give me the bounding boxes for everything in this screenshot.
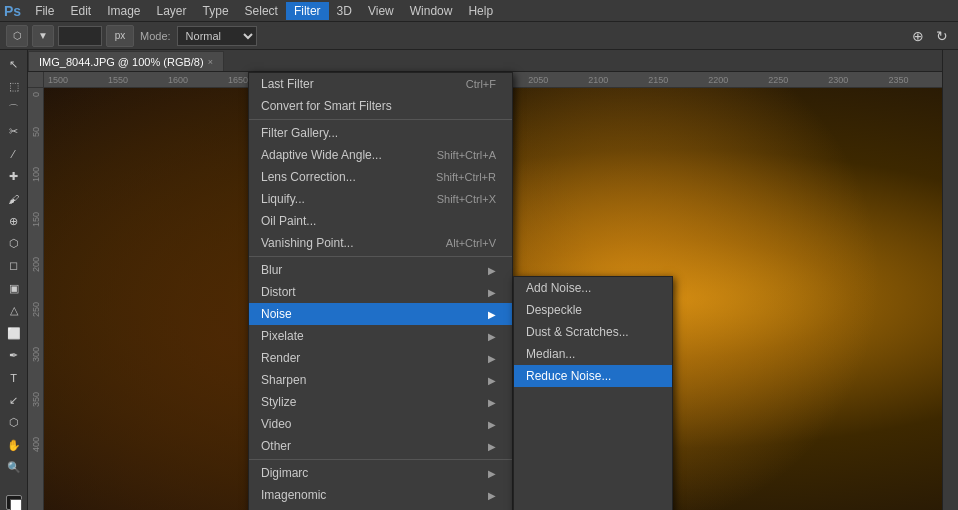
menu-vanishing-point[interactable]: Vanishing Point... Alt+Ctrl+V [249,232,512,254]
main-area: ↖ ⬚ ⌒ ✂ ∕ ✚ 🖌 ⊕ ⬡ ◻ ▣ △ ⬜ ✒ T ↙ ⬡ ✋ 🔍 IM… [0,50,958,510]
tool-clone[interactable]: ⊕ [3,211,25,231]
document-tab[interactable]: IMG_8044.JPG @ 100% (RGB/8) × [28,51,224,71]
menu-type[interactable]: Type [195,2,237,20]
tool-blur[interactable]: △ [3,300,25,320]
app-logo: Ps [4,3,21,19]
tool-healing[interactable]: ✚ [3,166,25,186]
menu-3d[interactable]: 3D [329,2,360,20]
menu-filter-gallery[interactable]: Filter Gallery... [249,122,512,144]
noise-submenu[interactable]: Add Noise... Despeckle Dust & Scratches.… [513,276,673,510]
size-unit-btn[interactable]: px [106,25,134,47]
menu-distort[interactable]: Distort ▶ [249,281,512,303]
menu-filter[interactable]: Filter [286,2,329,20]
separator-1 [249,119,512,120]
canvas-wrapper: IMG_8044.JPG @ 100% (RGB/8) × 1500 1550 … [28,50,942,510]
right-sidebar [942,50,958,510]
tool-eraser[interactable]: ◻ [3,256,25,276]
menu-sharpen[interactable]: Sharpen ▶ [249,369,512,391]
menu-stylize[interactable]: Stylize ▶ [249,391,512,413]
tool-path[interactable]: ↙ [3,390,25,410]
menu-oil-paint[interactable]: Oil Paint... [249,210,512,232]
menu-adaptive-wide[interactable]: Adaptive Wide Angle... Shift+Ctrl+A [249,144,512,166]
tab-filename: IMG_8044.JPG @ 100% (RGB/8) [39,56,204,68]
menu-file[interactable]: File [27,2,62,20]
tool-history[interactable]: ⬡ [3,233,25,253]
menu-blur[interactable]: Blur ▶ [249,259,512,281]
tool-dodge[interactable]: ⬜ [3,323,25,343]
filter-dropdown[interactable]: Last Filter Ctrl+F Convert for Smart Fil… [248,72,513,510]
menu-image[interactable]: Image [99,2,148,20]
tool-text[interactable]: T [3,368,25,388]
tool-hand[interactable]: ✋ [3,435,25,455]
menu-liquify[interactable]: Liquify... Shift+Ctrl+X [249,188,512,210]
tool-lasso[interactable]: ⌒ [3,99,25,119]
tab-bar: IMG_8044.JPG @ 100% (RGB/8) × [28,50,942,72]
tool-shape[interactable]: ⬡ [3,413,25,433]
brush-options-btn[interactable]: ▼ [32,25,54,47]
menu-edit[interactable]: Edit [62,2,99,20]
menu-video[interactable]: Video ▶ [249,413,512,435]
mode-select[interactable]: Normal Multiply Screen [177,26,257,46]
tool-brush[interactable]: 🖌 [3,188,25,208]
menu-pixelate[interactable]: Pixelate ▶ [249,325,512,347]
menu-noise[interactable]: Noise ▶ [249,303,512,325]
separator-3 [249,459,512,460]
menu-bar: Ps File Edit Image Layer Type Select Fil… [0,0,958,22]
ruler-vertical: 0 50 100 150 200 250 300 350 400 [28,88,44,510]
brush-tool-btn[interactable]: ⬡ [6,25,28,47]
tool-move[interactable]: ↖ [3,54,25,74]
menu-last-filter[interactable]: Last Filter Ctrl+F [249,73,512,95]
menu-window[interactable]: Window [402,2,461,20]
foreground-color[interactable] [6,495,22,510]
submenu-reduce-noise[interactable]: Reduce Noise... [514,365,672,387]
submenu-median[interactable]: Median... [514,343,672,365]
tool-gradient[interactable]: ▣ [3,278,25,298]
menu-layer[interactable]: Layer [149,2,195,20]
rotate-icon[interactable]: ↻ [932,28,952,44]
submenu-despeckle[interactable]: Despeckle [514,299,672,321]
submenu-add-noise[interactable]: Add Noise... [514,277,672,299]
crop-icon[interactable]: ⊕ [908,28,928,44]
toolbar: ⬡ ▼ 154 px Mode: Normal Multiply Screen … [0,22,958,50]
tool-pen[interactable]: ✒ [3,345,25,365]
menu-convert-smart[interactable]: Convert for Smart Filters [249,95,512,117]
tool-eyedropper[interactable]: ∕ [3,144,25,164]
mode-label: Mode: [140,30,171,42]
menu-digimarc[interactable]: Digimarc ▶ [249,462,512,484]
tab-close-btn[interactable]: × [208,57,213,67]
menu-view[interactable]: View [360,2,402,20]
menu-imagenomic[interactable]: Imagenomic ▶ [249,484,512,506]
separator-2 [249,256,512,257]
tool-select-rect[interactable]: ⬚ [3,76,25,96]
tool-crop[interactable]: ✂ [3,121,25,141]
menu-select[interactable]: Select [237,2,286,20]
menu-lens-correction[interactable]: Lens Correction... Shift+Ctrl+R [249,166,512,188]
submenu-dust-scratches[interactable]: Dust & Scratches... [514,321,672,343]
menu-render[interactable]: Render ▶ [249,347,512,369]
tools-sidebar: ↖ ⬚ ⌒ ✂ ∕ ✚ 🖌 ⊕ ⬡ ◻ ▣ △ ⬜ ✒ T ↙ ⬡ ✋ 🔍 [0,50,28,510]
brush-size-input[interactable]: 154 [58,26,102,46]
tool-zoom[interactable]: 🔍 [3,457,25,477]
menu-help[interactable]: Help [460,2,501,20]
menu-other[interactable]: Other ▶ [249,435,512,457]
menu-nik-collection[interactable]: Nik Collection ▶ [249,506,512,510]
